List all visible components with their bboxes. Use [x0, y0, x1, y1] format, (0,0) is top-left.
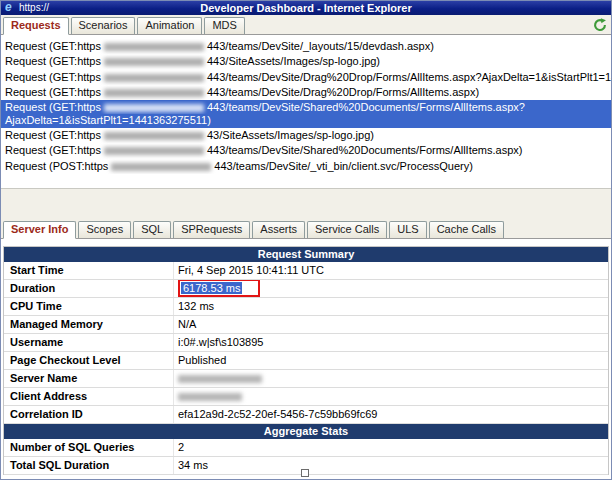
table-row: Managed Memory N/A: [4, 316, 608, 334]
tab-mds[interactable]: MDS: [204, 17, 244, 34]
tab-cache-calls[interactable]: Cache Calls: [429, 221, 504, 238]
redacted-host: [104, 132, 204, 140]
request-path-text: AjaxDelta=1&isStartPlt1=1441363275511): [5, 114, 211, 126]
annotation-red-box: 6178.53 ms: [178, 280, 260, 297]
primary-tabstrip: Requests Scenarios Animation MDS: [1, 15, 611, 35]
table-row: Correlation ID efa12a9d-2c52-20ef-5456-7…: [4, 406, 608, 424]
row-label: Page Checkout Level: [4, 352, 174, 369]
request-list: Request (GET:https443/teams/DevSite/_lay…: [1, 35, 611, 188]
table-row: CPU Time 132 ms: [4, 298, 608, 316]
tab-uls[interactable]: ULS: [389, 221, 426, 238]
request-row-selected[interactable]: Request (GET:https443/teams/DevSite/Shar…: [1, 100, 611, 128]
request-row[interactable]: Request (GET:https443/teams/DevSite/Drag…: [1, 70, 611, 85]
tab-animation[interactable]: Animation: [137, 17, 202, 34]
row-label: Client Address: [4, 388, 174, 405]
request-method-text: Request (GET:https: [5, 71, 101, 83]
section-gap: [1, 188, 611, 220]
redacted-host: [104, 147, 204, 155]
request-method-text: Request (GET:https: [5, 86, 101, 98]
row-label: Username: [4, 334, 174, 351]
tab-service-calls[interactable]: Service Calls: [307, 221, 387, 238]
redacted-host: [104, 104, 204, 112]
redacted-host: [111, 163, 211, 171]
request-row[interactable]: Request (GET:https43/SiteAssets/Images/s…: [1, 128, 611, 143]
redacted-value: [178, 375, 262, 383]
row-label: Number of SQL Queries: [4, 439, 174, 456]
request-row[interactable]: Request (GET:https443/teams/DevSite/Shar…: [1, 143, 611, 158]
redacted-host: [104, 74, 204, 82]
row-label: Duration: [4, 280, 174, 297]
tab-asserts[interactable]: Asserts: [252, 221, 305, 238]
row-label: Total SQL Duration: [4, 457, 174, 474]
request-method-text: Request (GET:https: [5, 101, 101, 113]
row-label: Managed Memory: [4, 316, 174, 333]
request-path-text: 43/SiteAssets/Images/sp-logo.jpg): [207, 129, 374, 141]
request-path-text: 443/teams/DevSite/Drag%20Drop/Forms/AllI…: [207, 86, 479, 98]
request-path-text: 443/teams/DevSite/_layouts/15/devdash.as…: [207, 40, 434, 52]
table-row: Start Time Fri, 4 Sep 2015 10:41:11 UTC: [4, 262, 608, 280]
developer-dashboard-window: e https:// Developer Dashboard - Interne…: [0, 0, 612, 480]
row-label: Correlation ID: [4, 406, 174, 423]
table-row: Server Name: [4, 370, 608, 388]
request-row[interactable]: Request (GET:https443/teams/DevSite/_lay…: [1, 39, 611, 54]
request-method-text: Request (GET:https: [5, 144, 101, 156]
titlebar: e https:// Developer Dashboard - Interne…: [1, 1, 611, 15]
row-value: N/A: [174, 316, 608, 333]
table-row: Client Address: [4, 388, 608, 406]
row-value: Published: [174, 352, 608, 369]
row-label: Start Time: [4, 262, 174, 279]
row-value: 132 ms: [174, 298, 608, 315]
section-header-request-summary: Request Summary: [4, 247, 608, 262]
row-label: Server Name: [4, 370, 174, 387]
row-value: Fri, 4 Sep 2015 10:41:11 UTC: [174, 262, 608, 279]
row-value: [174, 370, 608, 387]
table-row-duration: Duration 6178.53 ms: [4, 280, 608, 298]
tab-sql[interactable]: SQL: [133, 221, 171, 238]
detail-panel: Request Summary Start Time Fri, 4 Sep 20…: [1, 239, 611, 479]
row-value: 34 ms: [174, 457, 608, 474]
request-method-text: Request (POST:https: [5, 160, 108, 172]
titlebar-url-text: https://: [19, 1, 49, 15]
row-label: CPU Time: [4, 298, 174, 315]
request-path-text: 443/teams/DevSite/_vti_bin/client.svc/Pr…: [214, 160, 473, 172]
row-value: i:0#.w|sf\s103895: [174, 334, 608, 351]
tab-requests[interactable]: Requests: [3, 17, 69, 35]
section-header-aggregate-stats: Aggregate Stats: [4, 424, 608, 439]
table-row: Username i:0#.w|sf\s103895: [4, 334, 608, 352]
row-value: 6178.53 ms: [174, 280, 608, 297]
redacted-value: [178, 393, 242, 401]
summary-table: Request Summary Start Time Fri, 4 Sep 20…: [3, 246, 609, 475]
detail-tabstrip: Server Info Scopes SQL SPRequests Assert…: [1, 219, 611, 239]
request-row[interactable]: Request (POST:https443/teams/DevSite/_vt…: [1, 159, 611, 174]
request-path-text: 443/teams/DevSite/Drag%20Drop/Forms/AllI…: [207, 71, 611, 83]
row-value: [174, 388, 608, 405]
tab-sprequests[interactable]: SPRequests: [173, 221, 250, 238]
request-row[interactable]: Request (GET:https443/SiteAssets/Images/…: [1, 54, 611, 69]
request-path-text: 443/teams/DevSite/Shared%20Documents/For…: [207, 101, 525, 113]
redacted-host: [104, 89, 204, 97]
row-value: efa12a9d-2c52-20ef-5456-7c59bb69fc69: [174, 406, 608, 423]
highlighted-duration-value: 6178.53 ms: [181, 282, 242, 294]
request-path-text: 443/SiteAssets/Images/sp-logo.jpg): [207, 55, 380, 67]
request-row[interactable]: Request (GET:https443/teams/DevSite/Drag…: [1, 85, 611, 100]
redacted-host: [104, 58, 204, 66]
row-value: 2: [174, 439, 608, 456]
redacted-host: [104, 43, 204, 51]
table-row: Page Checkout Level Published: [4, 352, 608, 370]
tab-scopes[interactable]: Scopes: [78, 221, 131, 238]
tab-server-info[interactable]: Server Info: [3, 221, 76, 239]
resize-handle[interactable]: [301, 469, 309, 477]
request-method-text: Request (GET:https: [5, 40, 101, 52]
table-row: Number of SQL Queries 2: [4, 439, 608, 457]
refresh-icon[interactable]: [593, 18, 607, 32]
request-path-text: 443/teams/DevSite/Shared%20Documents/For…: [207, 144, 522, 156]
request-method-text: Request (GET:https: [5, 55, 101, 67]
window-title: Developer Dashboard - Internet Explorer: [1, 1, 611, 15]
tab-scenarios[interactable]: Scenarios: [71, 17, 136, 34]
request-method-text: Request (GET:https: [5, 129, 101, 141]
